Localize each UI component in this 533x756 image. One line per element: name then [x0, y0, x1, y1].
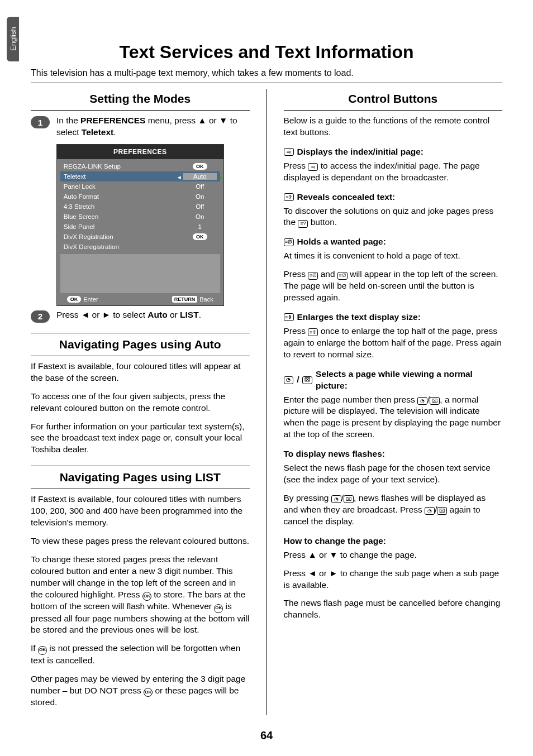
two-column-layout: Setting the Modes 1 In the PREFERENCES m… [31, 89, 502, 715]
step-2: 2 Press ◄ or ► to select Auto or LIST. [31, 309, 250, 323]
text-reveal-icon: ≡? [284, 193, 294, 201]
page-number: 64 [0, 729, 533, 742]
section-rule [31, 466, 250, 466]
paragraph: Other pages may be viewed by entering th… [31, 673, 250, 709]
paragraph: If Fastext is available, four coloured t… [31, 361, 250, 384]
paragraph: At times it is convenient to hold a page… [284, 250, 503, 262]
paragraph: To change these stored pages press the r… [31, 554, 250, 636]
panel-spacer [60, 254, 220, 293]
panel-row: DivX Deregistration [60, 242, 220, 252]
paragraph: If Fastext is available, four coloured t… [31, 494, 250, 529]
text-hold-icon: ≡∅ [308, 272, 318, 280]
text-reveal-icon: ≡? [298, 220, 308, 228]
section-heading: Navigating Pages using Auto [31, 338, 250, 351]
panel-title: PREFERENCES [57, 145, 223, 159]
paragraph: Press ≡∅ and ≡∅ will appear in the top l… [284, 269, 503, 304]
language-tab: English [7, 17, 19, 61]
paragraph: Press ◄ or ► to change the sub page when… [284, 568, 503, 591]
panel-row-value: OK [183, 162, 217, 170]
panel-row: Panel LockOff [60, 181, 220, 192]
ok-button-icon: OK [144, 688, 153, 697]
panel-row: Side Panel1 [60, 222, 220, 232]
ok-button-icon: OK [214, 604, 223, 613]
section-rule [31, 356, 250, 356]
paragraph: Press ▲ or ▼ to change the page. [284, 549, 503, 561]
paragraph: Enter the page number then press ◔/⌧, a … [284, 394, 503, 441]
section-rule [31, 110, 250, 111]
step-text: Press ◄ or ► to select Auto or LIST. [56, 309, 250, 323]
panel-row: REGZA-LINK Setup OK [60, 161, 220, 171]
step-number-badge: 2 [31, 310, 50, 323]
section-rule [31, 333, 250, 333]
panel-row-value: ◄ Auto ► [183, 173, 217, 180]
paragraph: To access one of the four given subjects… [31, 391, 250, 414]
subheading: ≡i Displays the index/initial page: [284, 146, 503, 158]
panel-body: REGZA-LINK Setup OK Teletext ◄ Auto ► Pa… [57, 159, 223, 252]
right-arrow-icon: ► [218, 174, 223, 180]
step-number-badge: 1 [31, 116, 50, 128]
subheading: ≡? Reveals concealed text: [284, 192, 503, 203]
paragraph: Select the news flash page for the chose… [284, 462, 503, 486]
text-index-icon: ≡i [284, 148, 294, 156]
divider [31, 83, 502, 83]
tv-cancel-icon: ⌧ [302, 376, 312, 384]
column-separator [266, 89, 267, 715]
subheading: ≡∅ Holds a wanted page: [284, 236, 503, 248]
paragraph: For further information on your particul… [31, 421, 250, 456]
panel-row-label: Teletext [64, 173, 183, 180]
panel-row-selected: Teletext ◄ Auto ► [60, 171, 220, 181]
section-heading: Setting the Modes [31, 92, 250, 106]
text-hold-icon: ≡∅ [337, 272, 348, 280]
left-arrow-icon: ◄ [177, 174, 182, 180]
text-size-icon: ≡⇕ [284, 313, 294, 321]
tv-cancel-icon: ⌧ [437, 507, 447, 515]
ok-button-icon: OK [142, 592, 151, 601]
clock-icon: ◔ [284, 376, 294, 384]
manual-page: English Text Services and Text Informati… [0, 0, 533, 756]
clock-icon: ◔ [331, 495, 341, 503]
panel-footer: OK Enter RETURN Back [57, 293, 223, 305]
return-pill-icon: RETURN [172, 296, 198, 303]
panel-row: 4:3 StretchOff [60, 202, 220, 212]
panel-row: Auto FormatOn [60, 192, 220, 202]
paragraph: To view these pages press the relevant c… [31, 535, 250, 547]
panel-row: Blue ScreenOn [60, 212, 220, 222]
step-text: In the PREFERENCES menu, press ▲ or ▼ to… [56, 115, 250, 138]
tv-cancel-icon: ⌧ [430, 397, 440, 405]
preferences-osd-panel: PREFERENCES REGZA-LINK Setup OK Teletext… [56, 144, 224, 306]
section-rule [284, 110, 503, 111]
intro-text: This television has a multi-page text me… [31, 68, 502, 78]
panel-row: DivX RegistrationOK [60, 232, 220, 242]
step-1: 1 In the PREFERENCES menu, press ▲ or ▼ … [31, 115, 250, 138]
ok-pill-icon: OK [67, 296, 82, 303]
paragraph: Below is a guide to the functions of the… [284, 115, 503, 138]
section-heading: Navigating Pages using LIST [31, 471, 250, 484]
right-column: Control Buttons Below is a guide to the … [284, 89, 503, 715]
left-column: Setting the Modes 1 In the PREFERENCES m… [31, 89, 250, 715]
ok-button-icon: OK [38, 646, 47, 655]
panel-row-label: REGZA-LINK Setup [64, 163, 183, 170]
paragraph: If OK is not pressed the selection will … [31, 643, 250, 666]
paragraph: To discover the solutions on quiz and jo… [284, 205, 503, 229]
paragraph: The news flash page must be cancelled be… [284, 597, 503, 621]
clock-icon: ◔ [417, 397, 427, 405]
page-title: Text Services and Text Information [31, 42, 502, 63]
subheading: To display news flashes: [284, 448, 503, 460]
clock-icon: ◔ [425, 507, 435, 515]
section-heading: Control Buttons [284, 92, 503, 106]
text-index-icon: ≡i [308, 163, 318, 171]
text-size-icon: ≡⇕ [308, 328, 318, 336]
text-hold-icon: ≡∅ [284, 238, 294, 246]
paragraph: Press ≡⇕ once to enlarge the top half of… [284, 326, 503, 361]
subheading: ≡⇕ Enlarges the text display size: [284, 312, 503, 323]
tv-cancel-icon: ⌧ [344, 495, 354, 503]
subheading: ◔/⌧ Selects a page while viewing a norma… [284, 369, 503, 392]
paragraph: By pressing ◔/⌧, news flashes will be di… [284, 492, 503, 528]
section-rule [31, 489, 250, 489]
subheading: How to change the page: [284, 535, 503, 547]
paragraph: Press ≡i to access the index/initial pag… [284, 160, 503, 184]
